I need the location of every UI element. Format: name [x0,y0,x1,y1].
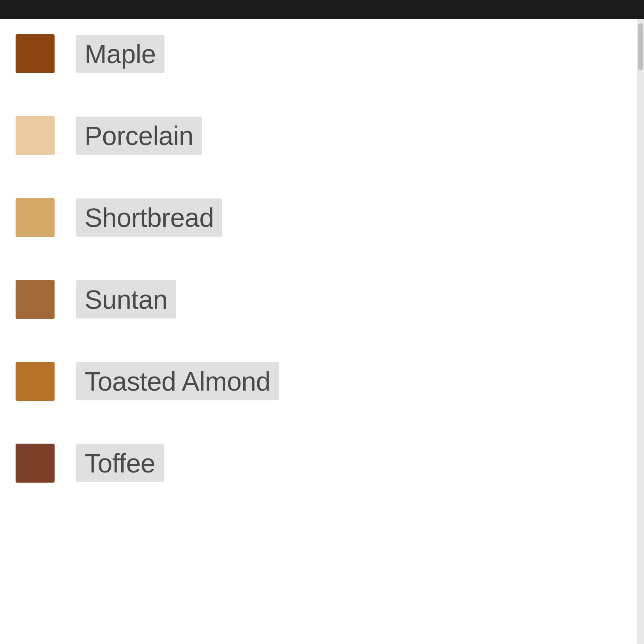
color-swatch-suntan [16,280,55,319]
color-swatch-toffee [16,444,55,483]
color-label-porcelain: Porcelain [76,117,202,155]
color-item-maple[interactable]: Maple [16,34,614,73]
color-label-maple: Maple [76,35,165,73]
color-swatch-shortbread [16,198,55,237]
scrollbar-thumb[interactable] [638,23,643,70]
color-item-toffee[interactable]: Toffee [16,444,614,483]
color-label-shortbread: Shortbread [76,198,222,237]
color-label-suntan: Suntan [76,280,176,318]
color-item-shortbread[interactable]: Shortbread [16,198,614,237]
color-list: MaplePorcelainShortbreadSuntanToasted Al… [0,19,637,522]
color-swatch-porcelain [16,116,55,155]
color-swatch-toasted-almond [16,362,55,401]
scrollbar[interactable] [637,19,644,644]
color-item-suntan[interactable]: Suntan [16,280,614,319]
color-swatch-maple [16,34,55,73]
top-bar [0,0,644,19]
color-item-toasted-almond[interactable]: Toasted Almond [16,362,614,401]
color-item-porcelain[interactable]: Porcelain [16,116,614,155]
color-label-toasted-almond: Toasted Almond [76,362,279,400]
color-label-toffee: Toffee [76,444,164,482]
